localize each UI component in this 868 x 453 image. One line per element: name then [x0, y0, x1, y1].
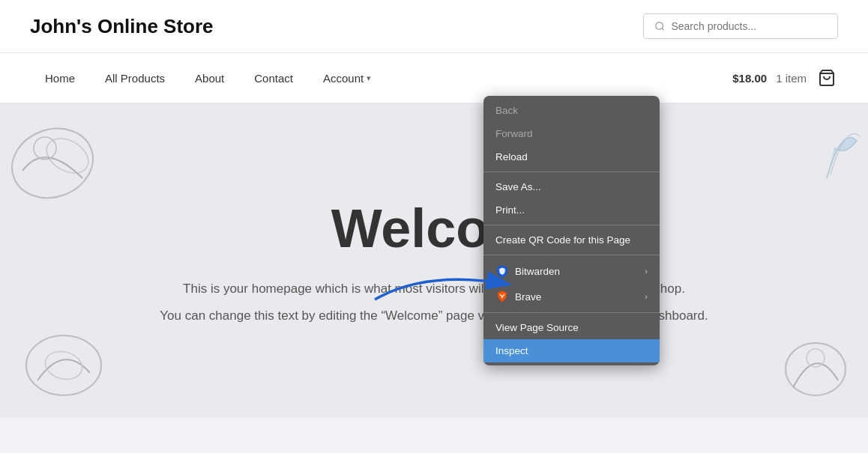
bitwarden-icon: [495, 264, 509, 278]
deco-top-right: [819, 111, 864, 186]
svg-point-0: [656, 22, 663, 30]
cart-price: $18.00: [732, 72, 767, 85]
separator-1: [483, 171, 660, 172]
svg-point-11: [503, 294, 504, 296]
svg-line-1: [662, 28, 664, 31]
header: John's Online Store: [0, 0, 868, 53]
svg-point-5: [34, 137, 56, 159]
search-input[interactable]: [671, 20, 827, 32]
context-menu-item-print[interactable]: Print...: [483, 198, 660, 222]
context-menu: Back Forward Reload Save As... Print... …: [483, 96, 660, 365]
context-menu-item-bitwarden[interactable]: Bitwarden ›: [483, 258, 660, 284]
submenu-arrow-bitwarden: ›: [645, 267, 648, 276]
nav-item-all-products[interactable]: All Products: [90, 58, 180, 98]
svg-point-10: [500, 294, 501, 296]
context-menu-item-qr-code[interactable]: Create QR Code for this Page: [483, 228, 660, 252]
context-menu-item-forward[interactable]: Forward: [483, 122, 660, 145]
submenu-arrow-brave: ›: [645, 292, 648, 301]
context-menu-item-inspect[interactable]: Inspect: [483, 339, 660, 362]
svg-point-7: [42, 347, 85, 383]
context-menu-item-reload[interactable]: Reload: [483, 145, 660, 168]
brave-icon: [495, 290, 509, 303]
separator-3: [483, 255, 660, 255]
context-menu-item-back[interactable]: Back: [483, 99, 660, 122]
hero-section: Welcom This is your homepage which is wh…: [0, 103, 868, 418]
nav-item-home[interactable]: Home: [30, 58, 90, 98]
cart-icon[interactable]: [816, 67, 838, 89]
separator-4: [483, 312, 660, 313]
context-menu-item-view-source[interactable]: View Page Source: [483, 316, 660, 339]
search-icon: [654, 20, 665, 32]
store-title: John's Online Store: [30, 15, 214, 38]
nav-item-account[interactable]: Account ▾: [308, 58, 386, 98]
deco-top-left: [7, 111, 112, 216]
deco-bottom-right: [778, 328, 853, 410]
cart-area: $18.00 1 item: [732, 53, 838, 103]
account-chevron-icon: ▾: [367, 73, 371, 83]
search-box[interactable]: [643, 13, 838, 39]
nav: Home All Products About Contact Account …: [0, 53, 868, 103]
cart-count: 1 item: [776, 72, 807, 85]
nav-item-contact[interactable]: Contact: [239, 58, 308, 98]
svg-point-8: [786, 343, 846, 395]
svg-point-4: [40, 132, 94, 180]
deco-bottom-left: [15, 320, 112, 410]
context-menu-item-save-as[interactable]: Save As...: [483, 175, 660, 198]
svg-point-6: [26, 335, 101, 395]
context-menu-item-brave[interactable]: Brave ›: [483, 284, 660, 309]
nav-item-about[interactable]: About: [180, 58, 239, 98]
separator-2: [483, 225, 660, 225]
